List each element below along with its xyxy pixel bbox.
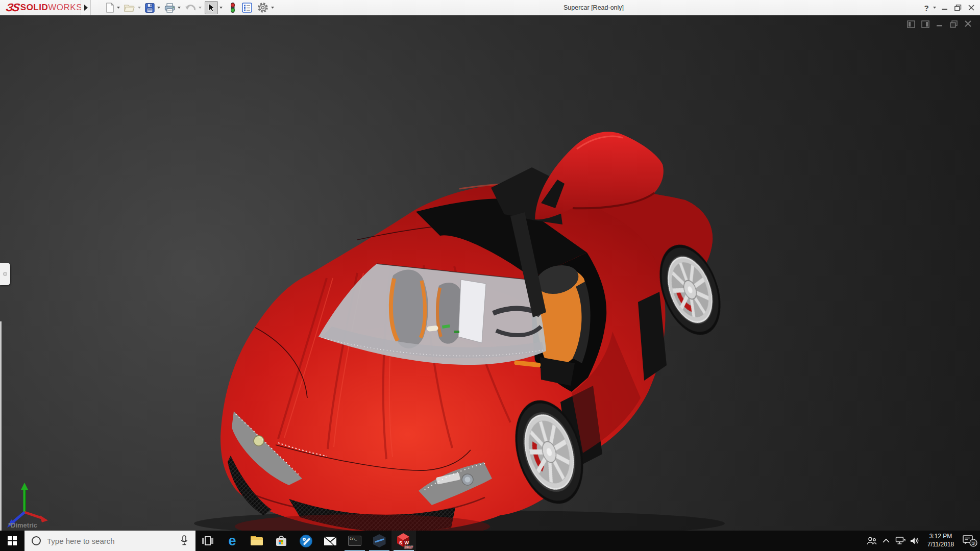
y-axis [21,483,28,512]
microphone-icon[interactable] [180,535,188,546]
sw-year-label: 2017 [404,545,413,549]
options-button[interactable] [256,1,270,14]
restore-button[interactable] [951,0,965,15]
rebuild-stoplight-icon [230,2,236,13]
taskbar-app-solidworks-2017[interactable]: S W 2017 [391,531,416,551]
new-document-icon [106,3,114,13]
task-view-icon [202,535,214,546]
graphics-viewport[interactable]: *Dimetric [0,15,980,531]
open-document-button[interactable] [123,1,136,14]
taskbar-app-edrawings[interactable] [367,531,391,551]
select-tool-button[interactable] [205,1,218,14]
file-explorer-icon [251,536,263,545]
speaker-icon [910,536,920,545]
start-button[interactable] [0,531,24,551]
taskbar-app-mail[interactable] [318,531,342,551]
brand-works-text: WORKS [48,3,82,13]
print-dropdown[interactable] [178,7,181,9]
people-button[interactable] [865,531,879,551]
view-orientation-label: *Dimetric [8,521,37,529]
rebuild-button[interactable] [229,1,237,14]
action-center-button[interactable]: 3 [960,531,980,551]
minimize-button[interactable] [938,0,951,15]
tray-time: 3:12 PM [922,533,960,541]
chevron-up-icon [881,538,891,544]
window-title: Supercar [Read-only] [564,0,624,15]
brand-solid-text: SOLID [20,3,48,13]
volume-button[interactable] [908,531,922,551]
network-button[interactable] [893,531,908,551]
undo-button[interactable] [184,1,197,14]
new-document-button[interactable] [105,1,115,14]
network-ethernet-icon [895,536,905,545]
quick-toolbar [105,0,277,15]
people-icon [867,536,877,545]
wrench-tool-icon [300,535,312,547]
taskbar-clock[interactable]: 3:12 PM 7/11/2018 [922,533,960,548]
solidworks-logo: ЗS SOLID WORKS [6,1,82,14]
save-button[interactable] [144,1,156,14]
notification-badge: 3 [972,540,974,546]
system-tray: 3:12 PM 7/11/2018 3 [865,531,980,551]
tray-date: 7/11/2018 [922,541,960,549]
taskbar-app-command-prompt[interactable]: C:\_ [342,531,367,551]
options-gear-icon [257,2,268,13]
save-dropdown[interactable] [157,7,160,9]
menu-flyout-button[interactable] [81,0,91,15]
close-button[interactable] [965,0,978,15]
microsoft-store-icon [276,536,287,546]
task-view-button[interactable] [195,531,220,551]
edge-icon: e [228,534,236,548]
taskbar-app-file-explorer[interactable] [244,531,269,551]
title-bar: ЗS SOLID WORKS [0,0,980,15]
save-icon [145,3,155,13]
select-dropdown[interactable] [219,7,223,9]
document-properties-icon [242,3,252,13]
supercar-model [0,15,980,531]
window-controls: ? [920,0,978,15]
help-dropdown[interactable] [933,7,936,9]
close-icon [968,5,974,11]
flyout-arrow-icon [84,5,88,11]
windows-logo-icon [8,536,17,545]
tray-overflow-button[interactable] [879,531,893,551]
cortana-icon [32,536,41,545]
solidworks-2017-icon: S W 2017 [396,533,412,549]
new-document-dropdown[interactable] [117,7,120,9]
svg-text:S: S [399,540,402,545]
solidworks-logo-mark-icon: ЗS [5,1,20,14]
solidworks-window: ЗS SOLID WORKS [0,0,980,551]
print-icon [164,3,175,13]
help-icon: ? [924,4,928,12]
taskbar-app-settings-tool[interactable] [293,531,318,551]
taskbar-search[interactable] [24,531,195,551]
command-prompt-icon: C:\_ [348,536,361,546]
mail-icon [324,536,337,546]
windows-taskbar: e [0,531,980,551]
select-arrow-icon [207,3,215,13]
undo-icon [185,3,196,12]
document-properties-button[interactable] [241,1,253,14]
help-button[interactable]: ? [920,0,933,15]
x-axis [24,512,48,522]
minimize-icon [942,5,948,11]
print-button[interactable] [163,1,176,14]
restore-down-icon [954,5,962,11]
action-center-icon: 3 [962,534,977,547]
undo-dropdown[interactable] [199,7,202,9]
open-document-dropdown[interactable] [138,7,141,9]
taskbar-app-store[interactable] [269,531,293,551]
search-input[interactable] [47,537,175,545]
taskbar-app-edge[interactable]: e [220,531,244,551]
options-dropdown[interactable] [271,7,274,9]
open-document-icon [124,3,135,12]
edrawings-hexagon-icon [373,534,386,547]
